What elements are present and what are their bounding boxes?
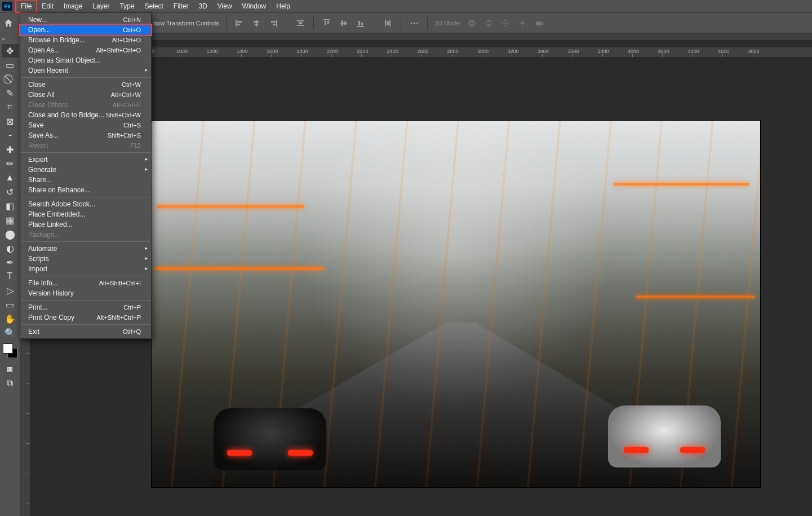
- chevron-right-icon[interactable]: »: [2, 35, 5, 43]
- healing-tool[interactable]: ✚: [2, 143, 19, 156]
- zoom-tool[interactable]: 🔍: [2, 326, 19, 339]
- eraser-tool[interactable]: ◧: [2, 199, 19, 213]
- align-top-icon[interactable]: [321, 17, 333, 29]
- document-image[interactable]: [152, 121, 760, 487]
- 3d-pan-icon[interactable]: [499, 17, 512, 29]
- menu-item-label: Close and Go to Bridge...: [28, 111, 104, 119]
- menu-item-exit[interactable]: ExitCtrl+Q: [20, 327, 151, 337]
- menu-window[interactable]: Window: [237, 0, 272, 12]
- car-foreground-left: [214, 408, 326, 470]
- menu-item-label: Exit: [28, 328, 39, 336]
- menu-3d[interactable]: 3D: [193, 0, 212, 12]
- path-select-tool[interactable]: ▷: [2, 284, 19, 297]
- ruler-tick: 3200: [507, 48, 518, 54]
- menu-item-open[interactable]: Open...Ctrl+O: [20, 25, 151, 35]
- color-swatch[interactable]: [3, 343, 17, 358]
- menu-item-scripts[interactable]: Scripts▸: [20, 254, 151, 264]
- menu-item-save[interactable]: SaveCtrl+S: [20, 120, 151, 130]
- screenmode-tool[interactable]: ⧉: [2, 377, 19, 390]
- menu-type[interactable]: Type: [114, 0, 139, 12]
- dodge-tool[interactable]: ◐: [2, 241, 19, 255]
- distribute-icon[interactable]: [294, 17, 307, 29]
- lasso-tool[interactable]: ⃠: [2, 72, 19, 86]
- menu-item-export[interactable]: Export▸: [20, 155, 151, 165]
- menu-item-close[interactable]: CloseCtrl+W: [20, 80, 151, 90]
- 3d-camera-icon[interactable]: [533, 17, 545, 29]
- quickmask-tool[interactable]: ◙: [2, 363, 19, 376]
- more-options-icon[interactable]: ⋯: [408, 17, 420, 29]
- chevron-right-icon: ▸: [145, 67, 148, 73]
- menu-item-close-all[interactable]: Close AllAlt+Ctrl+W: [20, 90, 151, 100]
- frame-tool[interactable]: ⊠: [2, 114, 19, 128]
- menu-edit[interactable]: Edit: [37, 0, 59, 12]
- menu-item-revert: RevertF12: [20, 140, 151, 151]
- menu-file[interactable]: File: [16, 0, 37, 12]
- menu-item-browse-in-bridge[interactable]: Browse in Bridge...Alt+Ctrl+O: [20, 35, 151, 45]
- menu-item-save-as[interactable]: Save As...Shift+Ctrl+S: [20, 130, 151, 140]
- menu-item-new[interactable]: New...Ctrl+N: [20, 15, 151, 25]
- menu-item-print-one-copy[interactable]: Print One CopyAlt+Shift+Ctrl+P: [20, 312, 151, 323]
- distribute-v-icon[interactable]: [381, 17, 394, 29]
- 3d-slide-icon[interactable]: [516, 17, 529, 29]
- file-dropdown-menu: New...Ctrl+NOpen...Ctrl+OBrowse in Bridg…: [20, 12, 152, 339]
- gradient-tool[interactable]: ▦: [2, 213, 19, 227]
- menu-item-label: Generate: [28, 166, 56, 174]
- menu-shortcut: Alt+Shift+Ctrl+P: [96, 314, 141, 321]
- menu-separator: [21, 276, 150, 276]
- menu-item-share-on-behance[interactable]: Share on Behance...: [20, 185, 151, 195]
- marquee-tool[interactable]: ▭: [2, 58, 19, 72]
- menu-item-place-embedded[interactable]: Place Embedded...: [20, 209, 151, 219]
- menu-image[interactable]: Image: [59, 0, 87, 12]
- align-middle-icon[interactable]: [338, 17, 350, 29]
- home-icon[interactable]: [3, 18, 14, 28]
- align-bottom-icon[interactable]: [354, 17, 367, 29]
- menu-item-label: Version History: [28, 289, 74, 297]
- menu-item-share[interactable]: Share...: [20, 175, 151, 185]
- 3d-orbit-icon[interactable]: [465, 17, 478, 29]
- menu-layer[interactable]: Layer: [87, 0, 114, 12]
- menu-select[interactable]: Select: [139, 0, 168, 12]
- type-tool[interactable]: T: [2, 270, 19, 283]
- svg-rect-9: [297, 20, 304, 21]
- pen-tool[interactable]: ✒: [2, 255, 19, 269]
- blur-tool[interactable]: ⬤: [2, 227, 19, 241]
- ruler-tick: 4400: [688, 48, 699, 54]
- menu-view[interactable]: View: [212, 0, 237, 12]
- separator: [427, 16, 428, 30]
- svg-rect-15: [340, 23, 347, 24]
- hand-tool[interactable]: ✋: [2, 312, 19, 325]
- shape-tool[interactable]: ▭: [2, 298, 19, 311]
- menu-help[interactable]: Help: [271, 0, 295, 12]
- crop-tool[interactable]: ⌗: [2, 100, 19, 114]
- ruler-tick: 4000: [628, 48, 639, 54]
- menu-item-label: Share...: [28, 176, 52, 184]
- menu-item-open-as-smart-object[interactable]: Open as Smart Object...: [20, 55, 151, 65]
- menu-item-search-adobe-stock[interactable]: Search Adobe Stock...: [20, 199, 151, 209]
- menu-item-version-history[interactable]: Version History: [20, 288, 151, 298]
- menu-item-generate[interactable]: Generate▸: [20, 165, 151, 175]
- history-brush-tool[interactable]: ↺: [2, 185, 19, 199]
- menu-item-open-recent[interactable]: Open Recent▸: [20, 65, 151, 76]
- menu-separator: [21, 324, 150, 325]
- menu-filter[interactable]: Filter: [168, 0, 194, 12]
- 3d-roll-icon[interactable]: [482, 17, 495, 29]
- menu-item-close-and-go-to-bridge[interactable]: Close and Go to Bridge...Shift+Ctrl+W: [20, 110, 151, 120]
- menu-item-place-linked[interactable]: Place Linked...: [20, 219, 151, 230]
- brush-tool[interactable]: ✏: [2, 157, 19, 170]
- quick-select-tool[interactable]: ✎: [2, 86, 19, 100]
- align-left-icon[interactable]: [233, 17, 246, 29]
- menu-item-label: Export: [28, 156, 48, 164]
- foreground-color[interactable]: [3, 343, 13, 354]
- menu-item-open-as[interactable]: Open As...Alt+Shift+Ctrl+O: [20, 45, 151, 55]
- align-right-icon[interactable]: [267, 17, 279, 29]
- menu-item-file-info[interactable]: File Info...Alt+Shift+Ctrl+I: [20, 278, 151, 288]
- menu-item-automate[interactable]: Automate▸: [20, 244, 151, 254]
- eyedropper-tool[interactable]: ⁃: [2, 129, 19, 142]
- menu-item-print[interactable]: Print...Ctrl+P: [20, 302, 151, 312]
- menu-item-label: Print...: [28, 303, 48, 311]
- move-tool[interactable]: ✥: [2, 44, 19, 58]
- align-center-h-icon[interactable]: [250, 17, 263, 29]
- menu-item-import[interactable]: Import▸: [20, 264, 151, 274]
- menu-shortcut: Ctrl+Q: [123, 328, 141, 335]
- stamp-tool[interactable]: ▲: [2, 171, 19, 184]
